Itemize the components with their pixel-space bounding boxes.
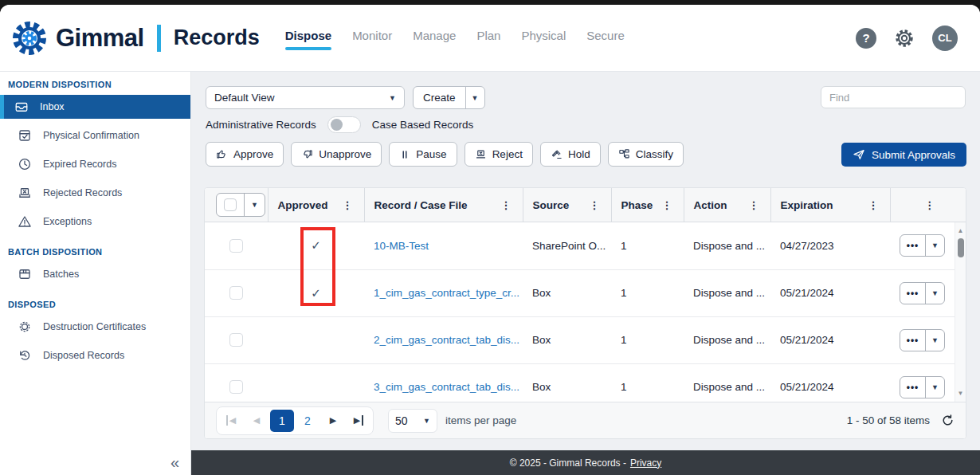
row-checkbox[interactable] (229, 380, 243, 394)
send-icon (853, 148, 865, 161)
sidebar-item-disposed-records[interactable]: Disposed Records (0, 343, 190, 367)
phase-cell: 1 (611, 363, 684, 402)
column-menu-icon[interactable]: ⋮ (749, 199, 759, 211)
next-page-button[interactable]: ▶ (321, 410, 345, 432)
scrollbar-thumb[interactable] (958, 238, 964, 257)
more-options-icon[interactable]: ••• (900, 283, 925, 304)
create-button-label: Create (414, 87, 465, 108)
page-size-select[interactable]: 50 ▼ (388, 409, 437, 433)
row-checkbox[interactable] (229, 286, 243, 300)
button-label: Classify (636, 148, 673, 160)
button-label: Unapprove (319, 148, 371, 160)
find-input[interactable] (821, 86, 966, 108)
nav-tab-plan[interactable]: Plan (476, 29, 500, 50)
nav-tab-manage[interactable]: Manage (413, 29, 456, 50)
scroll-up-icon[interactable]: ▲ (955, 227, 966, 234)
action-cell: Dispose and ... (684, 316, 770, 363)
nav-tab-dispose[interactable]: Dispose (285, 29, 331, 50)
product-name: Records (174, 26, 260, 50)
chevron-down-icon[interactable]: ▼ (925, 330, 944, 351)
previous-page-button[interactable]: ◀ (245, 410, 269, 432)
phase-cell: 1 (611, 316, 684, 363)
user-avatar[interactable]: CL (932, 26, 958, 51)
row-actions-split-button[interactable]: ••• ▼ (900, 234, 945, 257)
sidebar-item-rejected-records[interactable]: Rejected Records (0, 181, 190, 205)
settings-gear-icon[interactable] (894, 28, 915, 49)
scroll-down-icon[interactable]: ▼ (955, 390, 966, 397)
sidebar-item-expired-records[interactable]: Expired Records (0, 152, 190, 176)
record-type-toggle[interactable] (327, 116, 361, 133)
first-page-button[interactable]: ◀ (219, 410, 243, 432)
row-actions-split-button[interactable]: ••• ▼ (900, 376, 945, 398)
approve-button[interactable]: Approve (206, 142, 284, 167)
chevron-down-icon[interactable]: ▼ (465, 87, 484, 108)
column-header-action: Action⋮ (684, 188, 770, 222)
sidebar-item-label: Inbox (40, 101, 65, 112)
column-menu-icon[interactable]: ⋮ (343, 199, 353, 211)
more-options-icon[interactable]: ••• (900, 377, 925, 398)
record-link[interactable]: 1_cim_gas_contract_type_cr... (374, 287, 519, 299)
submit-approvals-button[interactable]: Submit Approvals (841, 143, 966, 167)
nav-tab-secure[interactable]: Secure (586, 29, 625, 50)
page-1-button[interactable]: 1 (270, 410, 294, 432)
chevron-down-icon[interactable]: ▼ (925, 235, 944, 256)
chevron-down-icon[interactable]: ▼ (245, 201, 265, 209)
sidebar-item-label: Destruction Certificates (43, 321, 146, 332)
button-label: Hold (568, 148, 590, 160)
column-menu-icon[interactable]: ⋮ (924, 199, 935, 211)
unapprove-button[interactable]: Unapprove (291, 142, 382, 167)
record-link[interactable]: 10-MB-Test (374, 240, 429, 252)
reject-button[interactable]: Reject (465, 142, 533, 167)
row-checkbox[interactable] (229, 333, 243, 347)
phase-cell: 1 (611, 269, 684, 316)
nav-tab-physical[interactable]: Physical (521, 29, 566, 50)
help-icon[interactable]: ? (856, 28, 876, 49)
privacy-link[interactable]: Privacy (630, 457, 661, 469)
view-select[interactable]: Default View ▼ (206, 86, 405, 109)
sidebar-item-batches[interactable]: Batches (0, 262, 190, 286)
pause-button[interactable]: Pause (389, 142, 457, 167)
row-actions-split-button[interactable]: ••• ▼ (900, 329, 945, 351)
page-2-button[interactable]: 2 (296, 410, 319, 432)
row-actions-split-button[interactable]: ••• ▼ (900, 282, 945, 304)
column-menu-icon[interactable]: ⋮ (590, 199, 600, 211)
column-header-expiration: Expiration⋮ (770, 188, 890, 222)
create-button[interactable]: Create ▼ (413, 86, 485, 109)
chevron-down-icon[interactable]: ▼ (925, 377, 944, 398)
hold-button[interactable]: Hold (540, 142, 601, 167)
chevron-down-icon[interactable]: ▼ (925, 283, 944, 304)
last-page-button[interactable]: ▶ (347, 410, 370, 432)
approved-checkmark: ✓ (311, 286, 321, 300)
record-link[interactable]: 2_cim_gas_contract_tab_dis... (374, 334, 519, 346)
column-header-phase: Phase⋮ (611, 188, 684, 222)
more-options-icon[interactable]: ••• (900, 235, 925, 256)
page-range-text: 1 - 50 of 58 items (847, 414, 930, 426)
top-nav: Dispose Monitor Manage Plan Physical Sec… (285, 29, 625, 50)
sidebar-collapse-icon[interactable]: « (171, 453, 179, 472)
column-menu-icon[interactable]: ⋮ (868, 199, 879, 211)
app-header: Gimmal Records Dispose Monitor Manage Pl… (0, 5, 980, 72)
column-header-source: Source⋮ (523, 188, 611, 222)
history-icon (18, 348, 32, 363)
app-window: Gimmal Records Dispose Monitor Manage Pl… (0, 5, 980, 475)
column-menu-icon[interactable]: ⋮ (501, 199, 512, 211)
select-all-checkbox[interactable] (224, 198, 237, 211)
classify-button[interactable]: Classify (608, 142, 684, 167)
select-all-control[interactable]: ▼ (216, 193, 265, 217)
sidebar-item-physical-confirmation[interactable]: Physical Confirmation (0, 124, 190, 147)
column-menu-icon[interactable]: ⋮ (662, 199, 672, 211)
table-row: ✓ 1_cim_gas_contract_type_cr... Box 1 Di… (205, 269, 955, 316)
more-options-icon[interactable]: ••• (900, 330, 925, 351)
package-icon (18, 267, 32, 281)
nav-tab-monitor[interactable]: Monitor (352, 29, 392, 50)
select-all-header-cell: ▼ (205, 188, 268, 222)
sidebar-item-exceptions[interactable]: Exceptions (0, 210, 190, 234)
vertical-scrollbar[interactable]: ▲ ▼ (955, 222, 966, 402)
sidebar-item-inbox[interactable]: Inbox (0, 95, 190, 119)
refresh-icon[interactable] (941, 414, 955, 427)
sidebar-item-destruction-certificates[interactable]: Destruction Certificates (0, 315, 190, 339)
record-link[interactable]: 3_cim_gas_contract_tab_dis... (374, 381, 519, 393)
row-checkbox[interactable] (229, 239, 243, 253)
case-based-records-label: Case Based Records (372, 119, 474, 131)
action-cell: Dispose and ... (684, 269, 770, 316)
